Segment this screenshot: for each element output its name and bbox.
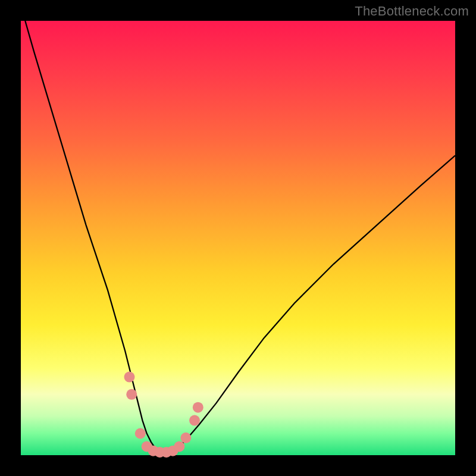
data-marker: [174, 441, 184, 452]
data-marker: [135, 428, 146, 439]
data-marker: [180, 433, 191, 443]
plot-area: [21, 21, 455, 455]
data-marker: [124, 372, 135, 383]
chart-svg: [21, 21, 455, 455]
data-marker: [189, 415, 200, 426]
bottleneck-curve: [25, 21, 455, 454]
outer-frame: TheBottleneck.com: [0, 0, 476, 476]
watermark-text: TheBottleneck.com: [355, 4, 469, 19]
data-marker: [193, 402, 203, 413]
data-marker: [126, 389, 137, 400]
data-markers: [124, 372, 203, 458]
